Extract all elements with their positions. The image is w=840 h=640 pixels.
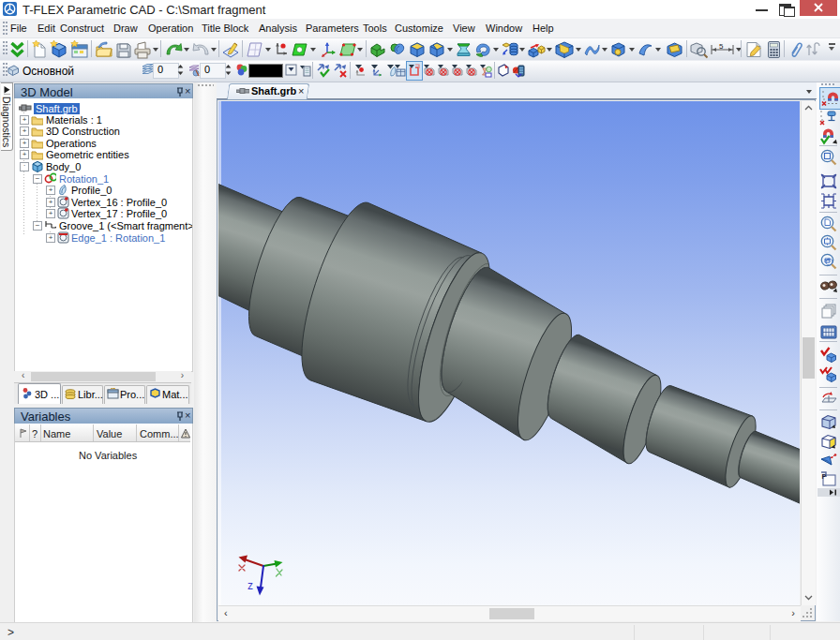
svg-text:5: 5 (719, 42, 724, 51)
svg-text:P: P (822, 473, 827, 480)
svg-text:z: z (248, 579, 253, 592)
